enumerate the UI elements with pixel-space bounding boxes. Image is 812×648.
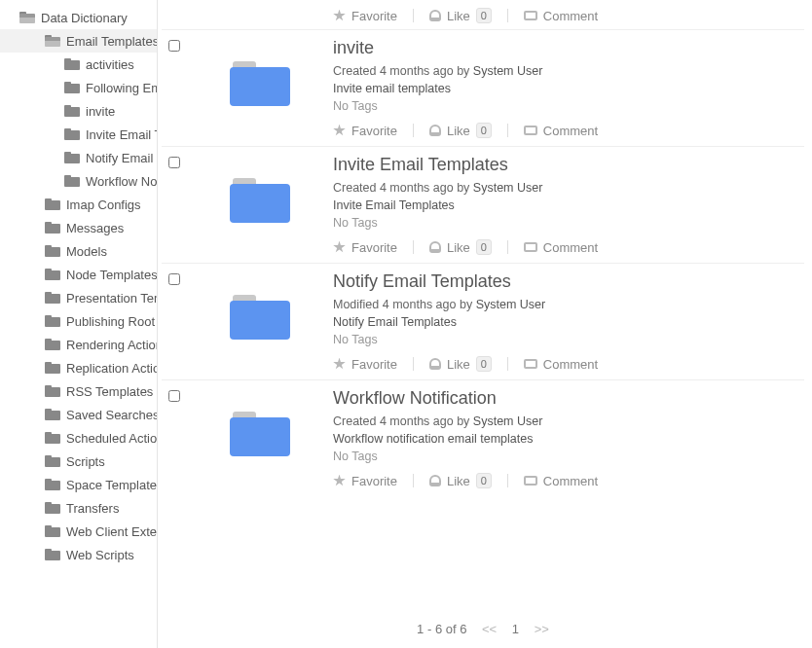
folder-icon: [45, 198, 60, 210]
tree-item-scripts[interactable]: Scripts: [0, 450, 157, 473]
comment-action[interactable]: Comment: [524, 474, 598, 488]
tree-label: Scripts: [66, 454, 105, 469]
tree-item-rss-templates[interactable]: RSS Templates: [0, 379, 157, 403]
row-checkbox[interactable]: [168, 157, 180, 168]
folder-icon[interactable]: [230, 61, 290, 106]
comment-action[interactable]: Comment: [524, 240, 598, 255]
comment-label: Comment: [543, 124, 598, 138]
item-title[interactable]: Notify Email Templates: [333, 271, 804, 292]
row-checkbox[interactable]: [168, 390, 180, 402]
folder-open-icon: [45, 35, 60, 47]
tree-item-web-client-extension[interactable]: Web Client Extension: [0, 520, 157, 543]
folder-icon: [45, 222, 60, 234]
comment-action[interactable]: Comment: [524, 357, 598, 372]
tree-item-presentation-templates[interactable]: Presentation Templates: [0, 286, 157, 309]
like-action[interactable]: Like 0: [429, 356, 492, 372]
folder-icon: [45, 339, 60, 350]
tree-label: Invite Email Templates: [86, 127, 157, 142]
favorite-label: Favorite: [351, 124, 397, 138]
like-label: Like: [447, 357, 470, 372]
tree-item-space-templates[interactable]: Space Templates: [0, 473, 157, 496]
tree-item-notify-email-templates[interactable]: Notify Email Templates: [0, 146, 157, 169]
tree-item-node-templates[interactable]: Node Templates: [0, 263, 157, 286]
list-row: invite Created 4 months ago by System Us…: [162, 30, 804, 147]
favorite-label: Favorite: [351, 9, 397, 23]
tree-item-invite-email-templates[interactable]: Invite Email Templates: [0, 123, 157, 146]
tree-item-following-email[interactable]: Following Email Templates: [0, 76, 157, 99]
item-title[interactable]: Workflow Notification: [333, 388, 804, 409]
comment-action[interactable]: Comment: [524, 124, 598, 138]
folder-icon: [45, 385, 60, 397]
like-count: 0: [476, 123, 492, 138]
item-tags: No Tags: [333, 216, 804, 230]
list-row: Notify Email Templates Modified 4 months…: [162, 264, 804, 380]
folder-icon: [45, 409, 60, 420]
tree-item-invite[interactable]: invite: [0, 99, 157, 123]
tree-item-workflow-notification[interactable]: Workflow Notification: [0, 169, 157, 193]
tree-label: RSS Templates: [66, 384, 153, 399]
page-prev[interactable]: <<: [482, 622, 497, 636]
folder-icon[interactable]: [230, 412, 290, 456]
folder-icon: [45, 245, 60, 257]
folder-icon[interactable]: [230, 178, 290, 223]
comment-icon: [524, 242, 537, 252]
like-count: 0: [476, 8, 492, 23]
tree-item-rendering-actions[interactable]: Rendering Actions: [0, 333, 157, 356]
list-row-partial: Favorite Like 0 Comment: [162, 0, 804, 30]
item-user[interactable]: System User: [473, 181, 543, 195]
separator: [507, 9, 508, 22]
tree-label: Publishing Root: [66, 314, 155, 329]
favorite-action[interactable]: Favorite: [333, 9, 397, 23]
tree-label: Space Templates: [66, 478, 157, 492]
tree-item-data-dictionary[interactable]: Data Dictionary: [0, 6, 157, 29]
favorite-action[interactable]: Favorite: [333, 124, 397, 138]
like-action[interactable]: Like 0: [429, 473, 492, 488]
page-range: 1 - 6 of 6: [417, 622, 466, 636]
favorite-action[interactable]: Favorite: [333, 240, 397, 255]
item-tags: No Tags: [333, 99, 804, 113]
tree-item-replication-actions[interactable]: Replication Actions: [0, 356, 157, 379]
row-checkbox[interactable]: [168, 273, 180, 285]
row-actions: Favorite Like 0 Comment: [333, 121, 804, 144]
tree-item-saved-searches[interactable]: Saved Searches: [0, 403, 157, 426]
page-next[interactable]: >>: [535, 622, 549, 636]
tree-item-web-scripts[interactable]: Web Scripts: [0, 543, 157, 566]
folder-icon: [45, 362, 60, 374]
page-number[interactable]: 1: [512, 622, 519, 636]
favorite-action[interactable]: Favorite: [333, 357, 397, 372]
like-label: Like: [447, 240, 470, 255]
tree-item-email-templates[interactable]: Email Templates: [0, 29, 157, 53]
star-icon: [333, 358, 346, 371]
tree-label: Rendering Actions: [66, 338, 157, 352]
tree-item-models[interactable]: Models: [0, 239, 157, 263]
row-checkbox[interactable]: [168, 40, 180, 52]
tree-label: Presentation Templates: [66, 291, 157, 306]
like-action[interactable]: Like 0: [429, 239, 492, 255]
folder-icon: [45, 315, 60, 327]
tree-label: Web Client Extension: [66, 524, 157, 539]
comment-action[interactable]: Comment: [524, 9, 598, 23]
item-title[interactable]: Invite Email Templates: [333, 155, 804, 175]
item-user[interactable]: System User: [476, 298, 546, 311]
tree-item-transfers[interactable]: Transfers: [0, 496, 157, 520]
tree-item-publishing-root[interactable]: Publishing Root: [0, 309, 157, 333]
like-action[interactable]: Like 0: [429, 123, 492, 138]
row-actions: Favorite Like 0 Comment: [333, 354, 804, 378]
favorite-action[interactable]: Favorite: [333, 474, 397, 488]
separator: [507, 240, 508, 254]
separator: [507, 124, 508, 137]
tree-item-messages[interactable]: Messages: [0, 216, 157, 239]
tree-item-imap-configs[interactable]: Imap Configs: [0, 193, 157, 216]
folder-icon[interactable]: [230, 295, 290, 340]
star-icon: [333, 241, 346, 254]
item-title[interactable]: invite: [333, 38, 804, 58]
tree-item-activities[interactable]: activities: [0, 53, 157, 76]
folder-icon: [64, 152, 80, 163]
row-actions: Favorite Like 0 Comment: [333, 4, 804, 27]
like-action[interactable]: Like 0: [429, 8, 492, 23]
favorite-label: Favorite: [351, 474, 397, 488]
item-user[interactable]: System User: [473, 64, 543, 78]
document-list: Favorite Like 0 Comment: [158, 0, 812, 648]
tree-item-scheduled-actions[interactable]: Scheduled Actions: [0, 426, 157, 450]
item-user[interactable]: System User: [473, 414, 543, 428]
